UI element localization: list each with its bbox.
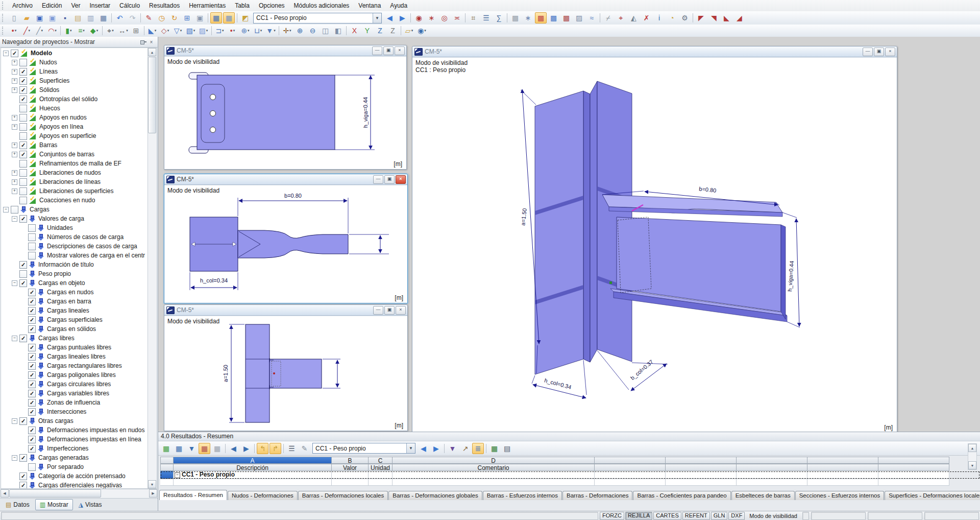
table-export-icon[interactable]: ▦ <box>160 443 172 454</box>
table-cell-empty[interactable] <box>737 471 807 479</box>
tree-item-mostrar-valores-de-carga-en-el-centr[interactable]: Mostrar valores de carga en el centr <box>1 251 148 260</box>
column-header-empty[interactable] <box>878 457 949 464</box>
insert-hinge-icon[interactable]: ◇▾ <box>159 25 171 36</box>
tree-item-cargas-en-solidos[interactable]: ✓Cargas en sólidos <box>1 324 148 334</box>
table-result-filter-icon[interactable]: ▦ <box>199 443 210 454</box>
results-tab-barras-coeficientes-para-pandeo[interactable]: Barras - Coeficientes para pandeo <box>633 491 730 500</box>
pin-icon[interactable] <box>138 38 147 46</box>
tree-item-cargas-diferenciales-negativas[interactable]: ✓Cargas diferenciales negativas <box>1 481 148 488</box>
scrollbar-thumb[interactable] <box>9 489 101 498</box>
column-header-descripcion[interactable]: Descripción <box>174 464 332 471</box>
select-window-icon[interactable]: ⊞ <box>181 12 193 23</box>
insert-support-icon[interactable]: ◣▾ <box>146 25 158 36</box>
insert-block-icon[interactable]: ▨▾ <box>198 25 209 36</box>
scroll-up-icon[interactable]: ▲ <box>148 48 156 56</box>
edit-model-icon[interactable]: ✎ <box>143 12 155 23</box>
column-header-b[interactable]: B <box>332 457 369 464</box>
checkbox[interactable] <box>19 105 27 112</box>
expand-icon[interactable]: + <box>12 115 17 121</box>
table-chart-icon[interactable]: ▦ <box>211 443 223 454</box>
checkbox[interactable]: ✓ <box>28 344 36 351</box>
divide-member-icon[interactable]: •▾ <box>227 25 238 36</box>
chevron-down-icon[interactable]: ▾ <box>70 26 72 36</box>
insert-dimension-icon[interactable]: ╱▾ <box>34 25 45 36</box>
checkbox[interactable] <box>19 187 27 195</box>
open-folder-icon[interactable]: ▰ <box>21 12 33 23</box>
tree-item-ortotropias-del-solido[interactable]: ✓Ortotropías del sólido <box>1 94 148 104</box>
menu-ayuda[interactable]: Ayuda <box>385 0 412 11</box>
undo-icon[interactable]: ↶ <box>114 12 126 23</box>
tree-item-conjuntos-de-barras[interactable]: +✓Conjuntos de barras <box>1 150 148 159</box>
column-header-empty[interactable] <box>807 457 878 464</box>
table-cell-empty[interactable] <box>595 471 666 479</box>
checkbox[interactable] <box>19 132 27 140</box>
table-download-icon[interactable]: ▼ <box>186 443 198 454</box>
calculation-params-icon[interactable]: ☰ <box>480 12 492 23</box>
restore-icon[interactable]: ▣ <box>383 46 394 55</box>
row-header-cell[interactable] <box>160 464 174 471</box>
chevron-down-icon[interactable]: ▾ <box>424 26 426 36</box>
checkbox[interactable]: ✓ <box>28 307 36 315</box>
tree-item-por-separado[interactable]: Por separado <box>1 462 148 471</box>
results-tab-esbelteces-de-barras[interactable]: Esbelteces de barras <box>731 491 795 500</box>
tree-item-lineas[interactable]: +✓Líneas <box>1 67 148 76</box>
table-cell-empty[interactable] <box>878 471 949 479</box>
view-z-icon[interactable]: Z <box>374 25 386 36</box>
expand-icon[interactable]: + <box>12 78 17 84</box>
column-header-empty[interactable] <box>737 457 807 464</box>
tree-item-cargas-en-barra[interactable]: ✓Cargas en barra <box>1 297 148 306</box>
drawing-canvas[interactable]: Modo de visibilidad h_viga=0.44 [m] <box>164 56 406 169</box>
pan-tool-icon[interactable]: ◉▾ <box>416 25 428 36</box>
chevron-down-icon[interactable]: ▾ <box>193 26 195 36</box>
mesh-notes-icon[interactable]: ▨ <box>573 12 585 23</box>
status-toggle-cartes[interactable]: CARTES <box>653 512 681 520</box>
column-header-empty[interactable] <box>666 464 737 471</box>
zoom-out-icon[interactable]: ⊖ <box>307 25 318 36</box>
menu-tabla[interactable]: Tabla <box>230 0 254 11</box>
collapse-icon[interactable]: − <box>12 280 17 286</box>
program-options-icon[interactable]: ⚙ <box>679 12 691 23</box>
tree-item-cargas-puntuales-libres[interactable]: ✓Cargas puntuales libres <box>1 343 148 352</box>
minimize-icon[interactable]: — <box>372 46 382 55</box>
model-info-icon[interactable]: i <box>653 12 665 23</box>
guide-lines-icon[interactable]: ⊞ <box>130 25 142 36</box>
checkbox[interactable]: ✓ <box>19 261 27 269</box>
member-set-icon[interactable]: ≡▾ <box>76 25 87 36</box>
column-header-empty[interactable] <box>595 457 666 464</box>
fe-mesh-settings-icon[interactable]: ∗ <box>522 12 534 23</box>
chevron-down-icon[interactable]: ▾ <box>55 26 57 36</box>
restore-icon[interactable]: ▣ <box>384 306 395 315</box>
status-toggle-refent[interactable]: REFENT <box>682 512 710 520</box>
view-minus-z-icon[interactable]: Z <box>387 25 399 36</box>
show-tables-icon[interactable]: ▦ <box>210 12 222 23</box>
checkbox[interactable] <box>28 224 36 232</box>
checkbox[interactable] <box>28 252 36 259</box>
mesh-quality-icon[interactable]: ▩ <box>548 12 559 23</box>
checkbox[interactable]: ✓ <box>19 472 27 480</box>
new-file-icon[interactable]: ▯ <box>8 12 20 23</box>
view-y-icon[interactable]: Y <box>361 25 373 36</box>
table-cell[interactable] <box>393 471 595 479</box>
table-cell[interactable] <box>332 471 369 479</box>
section-cut-icon[interactable]: ⌿ <box>602 12 614 23</box>
chevron-down-icon[interactable]: ▾ <box>180 26 182 36</box>
table-row-empty[interactable] <box>160 479 980 486</box>
row-header-cell[interactable] <box>160 471 174 479</box>
restore-icon[interactable]: ▣ <box>874 48 884 56</box>
scroll-down-icon[interactable]: ▼ <box>148 480 156 488</box>
checkbox[interactable]: ✓ <box>28 371 36 379</box>
tree-item-cargas-poligonales-libres[interactable]: ✓Cargas poligonales libres <box>1 370 148 380</box>
chevron-down-icon[interactable]: ▾ <box>126 26 128 36</box>
display-properties-icon[interactable]: ◩ <box>239 12 251 23</box>
result-to-model-icon[interactable]: ↗ <box>459 443 471 454</box>
table-cell-empty[interactable] <box>332 479 369 486</box>
chevron-down-icon[interactable]: ▾ <box>112 26 114 36</box>
chevron-down-icon[interactable]: ▾ <box>167 26 169 36</box>
dimension-tool-icon[interactable]: ↔▾ <box>117 25 129 36</box>
collapse-icon[interactable]: − <box>12 455 17 461</box>
checkbox[interactable]: ✓ <box>19 77 27 85</box>
table-cell-empty[interactable] <box>369 479 393 486</box>
drawing-canvas[interactable]: Modo de visibilidad b=0.80 h_col=0.34 <box>164 185 407 303</box>
collapse-icon[interactable]: − <box>3 51 9 56</box>
export-excel-icon[interactable]: ▦ <box>488 443 500 454</box>
